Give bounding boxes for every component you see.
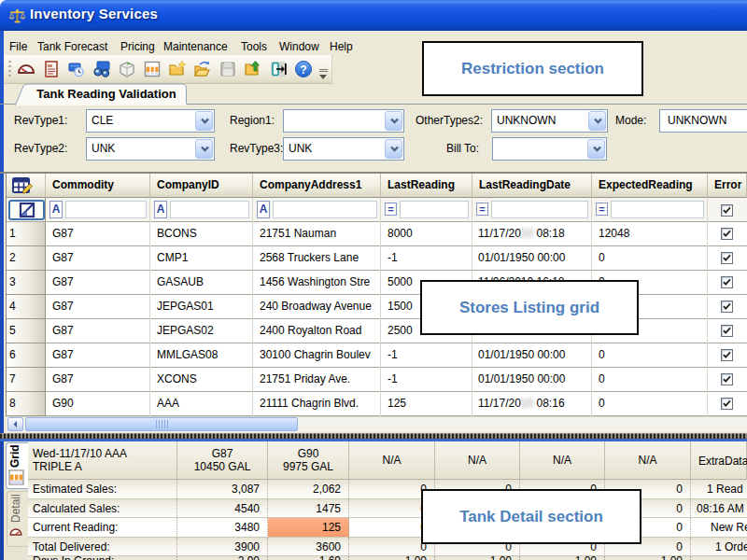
svg-text:?: ? [300, 63, 306, 77]
